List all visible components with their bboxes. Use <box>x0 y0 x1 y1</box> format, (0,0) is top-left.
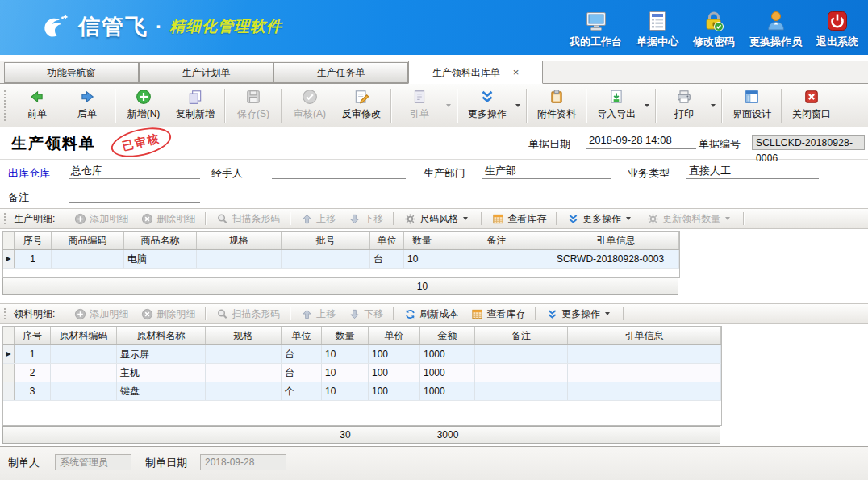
column-header[interactable]: 引单信息 <box>568 327 721 344</box>
cell[interactable]: 1 <box>15 250 52 268</box>
prev-doc-button[interactable]: 前单 <box>12 85 62 126</box>
dropdown-arrow-icon[interactable] <box>515 104 520 107</box>
column-header[interactable]: 原材料编码 <box>51 327 117 344</box>
add-new-button[interactable]: 新增(N) <box>119 85 169 126</box>
nav-change-password[interactable]: 修改密码 <box>693 10 735 49</box>
remark-field[interactable] <box>69 188 200 203</box>
cell[interactable]: 显示屏 <box>117 345 206 363</box>
column-header[interactable]: 单位 <box>282 327 322 344</box>
cell[interactable]: 10 <box>322 382 369 400</box>
column-header[interactable]: 批号 <box>282 232 370 249</box>
cell[interactable]: 个 <box>282 382 322 400</box>
column-header[interactable]: 原材料名称 <box>117 327 206 344</box>
next-doc-button[interactable]: 后单 <box>62 85 112 126</box>
cell[interactable] <box>197 250 282 268</box>
column-header[interactable]: 备注 <box>475 327 568 344</box>
more-ops-button[interactable]: 更多操作 <box>461 85 514 126</box>
cell[interactable] <box>51 345 117 363</box>
table-row[interactable]: ▶1电脑台10SCRWD-20180928-0003 <box>3 250 679 269</box>
section-grip-handle[interactable] <box>3 212 7 225</box>
toolbar-grip-handle[interactable] <box>3 90 7 122</box>
handler-field[interactable] <box>272 164 406 179</box>
tab-production-material-out[interactable]: 生产领料出库单× <box>408 61 543 84</box>
cell[interactable]: 主机 <box>117 364 206 382</box>
table-row[interactable]: 3键盘个101001000 <box>3 382 721 401</box>
view-stock-button[interactable]: 查看库存 <box>486 212 553 226</box>
nav-doc-center[interactable]: 单据中心 <box>636 10 678 49</box>
business-type-field[interactable]: 直接人工 <box>686 164 819 179</box>
tab-function-nav[interactable]: 功能导航窗 <box>4 62 139 83</box>
cell[interactable] <box>568 382 721 400</box>
cell[interactable] <box>568 364 721 382</box>
column-header[interactable]: 引单信息 <box>553 232 679 249</box>
more-ops-button[interactable]: 更多操作 <box>540 307 620 321</box>
cell[interactable] <box>568 345 721 363</box>
column-header[interactable]: 序号 <box>15 232 52 249</box>
column-header[interactable]: 规格 <box>206 327 282 344</box>
cell[interactable] <box>475 364 568 382</box>
cell[interactable]: 10 <box>322 345 369 363</box>
copy-new-button[interactable]: 复制新增 <box>169 85 222 126</box>
cell[interactable]: 电脑 <box>124 250 197 268</box>
cell[interactable]: 1000 <box>420 345 475 363</box>
import-export-button[interactable]: 导入导出 <box>590 85 643 126</box>
column-header[interactable]: 备注 <box>440 232 553 249</box>
table-row[interactable]: 2主机台101001000 <box>3 364 721 382</box>
production-dept-field[interactable]: 生产部 <box>482 164 611 179</box>
cell[interactable]: 台 <box>282 345 322 363</box>
more-ops-button[interactable]: 更多操作 <box>561 212 641 226</box>
dropdown-arrow-icon[interactable] <box>645 104 649 107</box>
cell[interactable] <box>51 382 117 400</box>
cell[interactable]: 1 <box>15 345 51 363</box>
nav-switch-operator[interactable]: 更换操作员 <box>749 10 802 49</box>
tab-production-task[interactable]: 生产任务单 <box>273 62 408 83</box>
column-header[interactable]: 规格 <box>197 232 282 249</box>
cell[interactable]: 2 <box>15 364 51 382</box>
cell[interactable] <box>440 250 553 268</box>
cell[interactable]: 10 <box>404 250 440 268</box>
cell[interactable]: SCRWD-20180928-0003 <box>553 250 679 268</box>
cell[interactable]: 3 <box>15 382 51 400</box>
attachments-button[interactable]: 附件资料 <box>530 85 583 126</box>
tab-close-icon[interactable]: × <box>513 67 520 77</box>
close-window-button[interactable]: 关闭窗口 <box>785 85 838 126</box>
cell[interactable]: 10 <box>322 364 369 382</box>
dropdown-arrow-icon[interactable] <box>711 104 716 107</box>
cell[interactable]: 1000 <box>420 364 475 382</box>
column-header[interactable]: 序号 <box>15 327 51 344</box>
refresh-cost-button[interactable]: 刷新成本 <box>398 307 465 321</box>
cell[interactable]: 1000 <box>420 382 475 400</box>
cell[interactable] <box>206 382 282 400</box>
tab-production-plan[interactable]: 生产计划单 <box>139 62 273 83</box>
cell[interactable]: 100 <box>369 345 420 363</box>
nav-my-workstation[interactable]: 我的工作台 <box>570 10 622 49</box>
warehouse-field[interactable]: 总仓库 <box>69 164 200 179</box>
column-header[interactable]: 单位 <box>370 232 404 249</box>
cell[interactable] <box>282 250 370 268</box>
cell[interactable] <box>475 345 568 363</box>
print-button[interactable]: 打印 <box>659 85 709 126</box>
view-stock-button[interactable]: 查看库存 <box>465 307 532 321</box>
cell[interactable] <box>475 382 568 400</box>
cell[interactable]: 台 <box>282 364 322 382</box>
ui-design-button[interactable]: 界面设计 <box>725 85 778 126</box>
column-header[interactable]: 单价 <box>369 327 420 344</box>
size-style-button[interactable]: 尺码风格 <box>398 212 478 226</box>
section-grip-handle[interactable] <box>3 307 7 320</box>
column-header[interactable]: 数量 <box>404 232 440 249</box>
cell[interactable] <box>206 345 282 363</box>
column-header[interactable]: 商品编码 <box>52 232 124 249</box>
nav-exit-system[interactable]: 退出系统 <box>816 10 858 49</box>
cell[interactable] <box>51 364 117 382</box>
cell[interactable]: 台 <box>370 250 404 268</box>
table-row[interactable]: ▶1显示屏台101001000 <box>3 345 721 364</box>
cell[interactable] <box>206 364 282 382</box>
cell[interactable]: 100 <box>369 364 420 382</box>
column-header[interactable]: 金额 <box>420 327 475 344</box>
cell[interactable]: 键盘 <box>117 382 206 400</box>
column-header[interactable]: 商品名称 <box>124 232 197 249</box>
cell[interactable] <box>52 250 124 268</box>
cell[interactable]: 100 <box>369 382 420 400</box>
column-header[interactable]: 数量 <box>322 327 369 344</box>
unaudit-button[interactable]: 反审修改 <box>335 85 388 126</box>
